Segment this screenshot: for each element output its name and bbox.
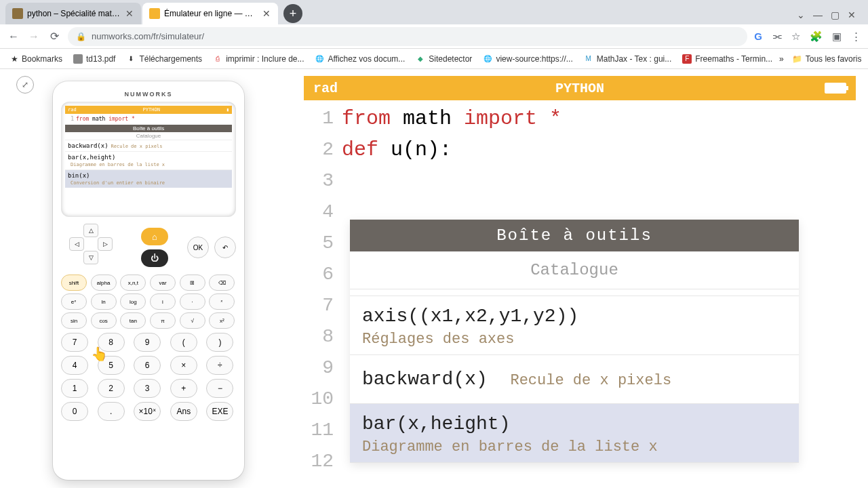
bookmark-item[interactable]: 🌐view-source:https://...	[479, 52, 576, 66]
window-maximize-icon[interactable]: ▢	[831, 9, 840, 20]
minus-key[interactable]: −	[206, 379, 233, 398]
shift-key[interactable]: shift	[61, 274, 87, 291]
num-key-4[interactable]: 4	[61, 356, 88, 375]
side-panel-icon[interactable]: ▣	[832, 30, 842, 43]
fn-key[interactable]: i	[150, 293, 176, 310]
window-dropdown-icon[interactable]: ⌄	[797, 9, 805, 20]
toolbox-key[interactable]: ⊞	[180, 274, 205, 291]
toolbox-item[interactable]: axis((x1,x2,y1,y2)) Réglages des axes	[350, 296, 799, 355]
fn-key[interactable]: ln	[91, 293, 117, 310]
exe-key[interactable]: EXE	[206, 402, 233, 421]
bookmark-item[interactable]: FFreemaths - Termin...	[678, 52, 776, 66]
bookmarks-label[interactable]: ★ Bookmarks	[7, 52, 66, 66]
folder-icon: 📁	[792, 54, 802, 64]
toolbox-desc: Diagramme en barres de la liste x	[362, 439, 787, 455]
fn-key[interactable]: π	[150, 312, 176, 329]
star-icon: ★	[11, 54, 18, 64]
exp-key[interactable]: ×10ˣ	[134, 402, 161, 421]
toolbox-desc: Recule de x pixels	[510, 372, 671, 389]
fn-key[interactable]: x²	[209, 312, 235, 329]
toolbox-popup: Boîte à outils Catalogue axis((x1,x2,y1,…	[350, 220, 799, 463]
bookmarks-overflow[interactable]: »	[779, 54, 784, 64]
toolbox-item-selected[interactable]: bar(x,height) Diagramme en barres de la …	[350, 404, 799, 463]
share-icon[interactable]: ⫘	[772, 30, 782, 42]
fn-key[interactable]: cos	[91, 312, 117, 329]
plus-key[interactable]: +	[170, 379, 197, 398]
num-key-0[interactable]: 0	[61, 402, 88, 421]
toolbox-fn: backward(x)	[362, 369, 488, 390]
num-key-5[interactable]: 5	[98, 356, 125, 375]
angle-mode: rad	[313, 81, 338, 96]
close-icon[interactable]: ✕	[262, 9, 271, 18]
back-key[interactable]: ↶	[214, 237, 236, 258]
browser-tab-1[interactable]: python – Spécialité mathématic ✕	[5, 3, 141, 24]
mini-toolbox-item: bar(x,height)Diagramme en barres de la l…	[65, 151, 232, 169]
xnt-key[interactable]: x,n,t	[120, 274, 146, 291]
url-text: numworks.com/fr/simulateur/	[92, 31, 204, 41]
google-icon[interactable]: G	[754, 30, 762, 42]
back-button[interactable]: ←	[7, 30, 20, 43]
dpad-right[interactable]: ▷	[98, 237, 113, 251]
close-icon[interactable]: ✕	[125, 9, 134, 18]
lock-icon: 🔒	[76, 32, 86, 41]
fn-key[interactable]: eˣ	[61, 293, 87, 310]
window-close-icon[interactable]: ✕	[848, 9, 856, 20]
var-key[interactable]: var	[150, 274, 176, 291]
ok-key[interactable]: OK	[187, 237, 209, 258]
battery-icon: ▮	[226, 107, 229, 113]
bookmark-item[interactable]: MMathJax - Tex : gui...	[580, 52, 676, 66]
forward-button[interactable]: →	[27, 30, 41, 43]
fn-key[interactable]: sin	[61, 312, 87, 329]
divide-key[interactable]: ÷	[206, 356, 233, 375]
multiply-key[interactable]: ×	[170, 356, 197, 375]
address-bar[interactable]: 🔒 numworks.com/fr/simulateur/	[68, 27, 747, 46]
browser-tab-2[interactable]: Émulateur en ligne — NumWork ✕	[142, 3, 278, 24]
window-minimize-icon[interactable]: —	[813, 9, 823, 20]
fn-key[interactable]: √	[180, 312, 205, 329]
num-key-6[interactable]: 6	[134, 356, 161, 375]
num-key-9[interactable]: 9	[134, 333, 161, 352]
menu-icon[interactable]: ⋮	[851, 30, 861, 43]
favicon	[12, 8, 23, 19]
mini-toolbox-item-selected: bin(x)Conversion d'un entier en binaire	[65, 169, 232, 188]
tab-title: python – Spécialité mathématic	[27, 9, 121, 18]
browser-toolbar: ← → ⟳ 🔒 numworks.com/fr/simulateur/ G ⫘ …	[0, 24, 868, 49]
delete-key[interactable]: ⌫	[209, 274, 235, 291]
bookmark-item[interactable]: ⎙imprimir : Inclure de...	[209, 52, 308, 66]
num-key-1[interactable]: 1	[61, 379, 88, 398]
browser-tab-strip: python – Spécialité mathématic ✕ Émulate…	[0, 0, 868, 24]
ans-key[interactable]: Ans	[170, 402, 197, 421]
bookmarks-folder[interactable]: 📁Tous les favoris	[788, 52, 866, 66]
num-key-8[interactable]: 8	[98, 333, 125, 352]
num-key-3[interactable]: 3	[134, 379, 161, 398]
reload-button[interactable]: ⟳	[47, 30, 61, 43]
paren-close-key[interactable]: )	[206, 333, 233, 352]
bookmark-item[interactable]: td13.pdf	[69, 52, 119, 66]
home-key[interactable]: ⌂	[141, 228, 168, 245]
dpad-up[interactable]: △	[83, 224, 98, 237]
fn-key[interactable]: tan	[120, 312, 146, 329]
dpad-left[interactable]: ◁	[69, 237, 84, 251]
toolbox-item[interactable]: backward(x) Recule de x pixels	[350, 355, 799, 404]
paren-open-key[interactable]: (	[170, 333, 197, 352]
num-key-2[interactable]: 2	[98, 379, 125, 398]
bookmark-item[interactable]: 🌐Affichez vos docum...	[311, 52, 409, 66]
fullscreen-button[interactable]: ⤢	[16, 76, 34, 94]
new-tab-button[interactable]: +	[283, 4, 302, 23]
app-mode: PYTHON	[304, 81, 856, 96]
extensions-icon[interactable]: 🧩	[810, 30, 823, 43]
fn-key[interactable]: log	[120, 293, 146, 310]
star-icon[interactable]: ☆	[791, 30, 800, 43]
dot-key[interactable]: .	[98, 402, 125, 421]
num-key-7[interactable]: 7	[61, 333, 88, 352]
dpad-down[interactable]: ▽	[83, 251, 98, 264]
toolbox-item-partial[interactable]	[350, 289, 799, 296]
fn-key[interactable]: ·	[180, 293, 205, 310]
power-key[interactable]: ⏻	[141, 249, 168, 267]
bookmark-item[interactable]: ⬇Téléchargements	[122, 52, 206, 66]
fn-key[interactable]: ˣ	[209, 293, 235, 310]
bookmark-item[interactable]: ◆Sitedetector	[412, 52, 476, 66]
line-number: 1	[304, 103, 342, 134]
alpha-key[interactable]: alpha	[91, 274, 117, 291]
battery-icon	[825, 83, 846, 94]
